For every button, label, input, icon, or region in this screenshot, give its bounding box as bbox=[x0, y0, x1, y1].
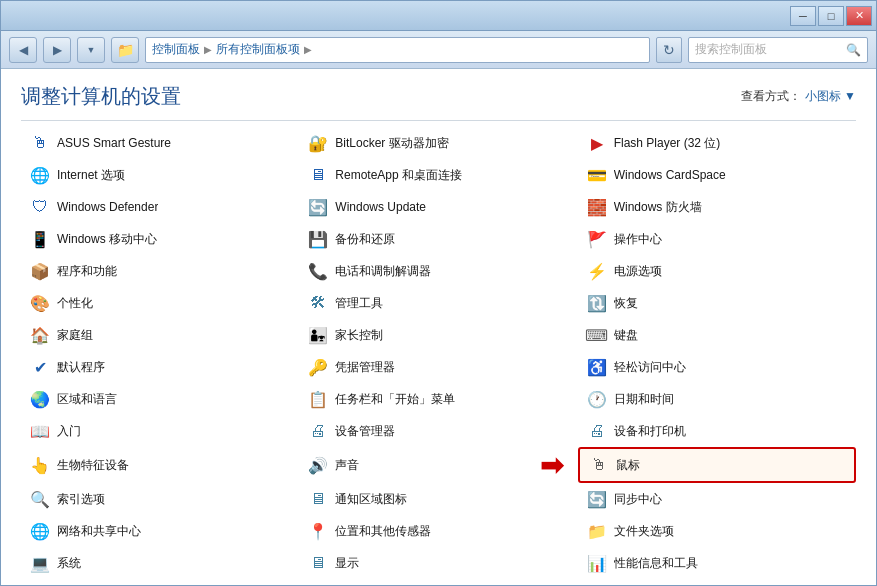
item-icon-flash-player: ▶ bbox=[586, 132, 608, 154]
restore-button[interactable]: □ bbox=[818, 6, 844, 26]
item-icon-power-options: ⚡ bbox=[586, 260, 608, 282]
item-label-sync-center: 同步中心 bbox=[614, 491, 662, 508]
item-datetime[interactable]: 🕐 日期和时间 bbox=[578, 383, 856, 415]
item-sound[interactable]: 🔊 声音 bbox=[299, 447, 577, 483]
item-power-options[interactable]: ⚡ 电源选项 bbox=[578, 255, 856, 287]
item-device-manager[interactable]: 🖨 设备管理器 bbox=[299, 415, 577, 447]
item-windows-cardspace[interactable]: 💳 Windows CardSpace bbox=[578, 159, 856, 191]
breadcrumb-item-1[interactable]: 控制面板 bbox=[152, 41, 200, 58]
item-index-options[interactable]: 🔍 索引选项 bbox=[21, 483, 299, 515]
item-label-region-language: 区域和语言 bbox=[57, 391, 117, 408]
item-label-credential-manager: 凭据管理器 bbox=[335, 359, 395, 376]
item-system[interactable]: 💻 系统 bbox=[21, 547, 299, 579]
item-management-tools[interactable]: 🛠 管理工具 bbox=[299, 287, 577, 319]
item-phone-modem[interactable]: 📞 电话和调制解调器 bbox=[299, 255, 577, 287]
item-flash-player[interactable]: ▶ Flash Player (32 位) bbox=[578, 127, 856, 159]
dropdown-button[interactable]: ▼ bbox=[77, 37, 105, 63]
item-sync-center[interactable]: 🔄 同步中心 bbox=[578, 483, 856, 515]
items-grid: 🖱 ASUS Smart Gesture 🔐 BitLocker 驱动器加密 ▶… bbox=[21, 127, 856, 579]
item-windows-mobile[interactable]: 📱 Windows 移动中心 bbox=[21, 223, 299, 255]
item-label-homegroup: 家庭组 bbox=[57, 327, 93, 344]
content-header: 调整计算机的设置 查看方式： 小图标 ▼ bbox=[1, 69, 876, 120]
item-label-windows-defender: Windows Defender bbox=[57, 200, 158, 214]
item-label-keyboard: 键盘 bbox=[614, 327, 638, 344]
item-icon-backup-restore: 💾 bbox=[307, 228, 329, 250]
item-windows-defender[interactable]: 🛡 Windows Defender bbox=[21, 191, 299, 223]
item-programs-features[interactable]: 📦 程序和功能 bbox=[21, 255, 299, 287]
item-label-internet-options: Internet 选项 bbox=[57, 167, 125, 184]
item-icon-windows-firewall: 🧱 bbox=[586, 196, 608, 218]
arrow-indicator: ➡ bbox=[540, 449, 563, 482]
item-region-language[interactable]: 🌏 区域和语言 bbox=[21, 383, 299, 415]
item-icon-remoteapp: 🖥 bbox=[307, 164, 329, 186]
item-remoteapp[interactable]: 🖥 RemoteApp 和桌面连接 bbox=[299, 159, 577, 191]
item-recovery[interactable]: 🔃 恢复 bbox=[578, 287, 856, 319]
item-label-windows-update: Windows Update bbox=[335, 200, 426, 214]
breadcrumb: 控制面板 ▶ 所有控制面板项 ▶ bbox=[145, 37, 650, 63]
item-label-performance-info: 性能信息和工具 bbox=[614, 555, 698, 572]
item-homegroup[interactable]: 🏠 家庭组 bbox=[21, 319, 299, 351]
item-windows-firewall[interactable]: 🧱 Windows 防火墙 bbox=[578, 191, 856, 223]
item-label-sound: 声音 bbox=[335, 457, 359, 474]
view-mode: 查看方式： 小图标 ▼ bbox=[741, 88, 856, 105]
item-accessibility[interactable]: ♿ 轻松访问中心 bbox=[578, 351, 856, 383]
item-location-sensors[interactable]: 📍 位置和其他传感器 bbox=[299, 515, 577, 547]
forward-button[interactable]: ▶ bbox=[43, 37, 71, 63]
item-asus-smart-gesture[interactable]: 🖱 ASUS Smart Gesture bbox=[21, 127, 299, 159]
item-folder-options[interactable]: 📁 文件夹选项 bbox=[578, 515, 856, 547]
item-label-mouse: 鼠标 bbox=[616, 457, 640, 474]
item-label-phone-modem: 电话和调制解调器 bbox=[335, 263, 431, 280]
window-controls: ─ □ ✕ bbox=[790, 6, 872, 26]
item-display[interactable]: 🖥 显示 bbox=[299, 547, 577, 579]
refresh-button[interactable]: ↻ bbox=[656, 37, 682, 63]
item-entry[interactable]: 📖 入门 bbox=[21, 415, 299, 447]
close-button[interactable]: ✕ bbox=[846, 6, 872, 26]
item-devices-printers[interactable]: 🖨 设备和打印机 bbox=[578, 415, 856, 447]
item-mouse[interactable]: 🖱 鼠标 bbox=[578, 447, 856, 483]
view-mode-dropdown[interactable]: 小图标 ▼ bbox=[805, 88, 856, 105]
folder-icon: 📁 bbox=[111, 37, 139, 63]
item-icon-windows-mobile: 📱 bbox=[29, 228, 51, 250]
item-network-sharing[interactable]: 🌐 网络和共享中心 bbox=[21, 515, 299, 547]
item-action-center[interactable]: 🚩 操作中心 bbox=[578, 223, 856, 255]
item-taskbar-start[interactable]: 📋 任务栏和「开始」菜单 bbox=[299, 383, 577, 415]
view-label: 查看方式： bbox=[741, 88, 801, 105]
item-bitlocker[interactable]: 🔐 BitLocker 驱动器加密 bbox=[299, 127, 577, 159]
item-credential-manager[interactable]: 🔑 凭据管理器 bbox=[299, 351, 577, 383]
item-label-device-manager: 设备管理器 bbox=[335, 423, 395, 440]
item-icon-internet-options: 🌐 bbox=[29, 164, 51, 186]
item-icon-management-tools: 🛠 bbox=[307, 292, 329, 314]
item-keyboard[interactable]: ⌨ 键盘 bbox=[578, 319, 856, 351]
item-parental-controls[interactable]: 👨‍👧 家长控制 bbox=[299, 319, 577, 351]
item-personalize[interactable]: 🎨 个性化 bbox=[21, 287, 299, 319]
item-label-folder-options: 文件夹选项 bbox=[614, 523, 674, 540]
item-label-recovery: 恢复 bbox=[614, 295, 638, 312]
item-label-asus-smart-gesture: ASUS Smart Gesture bbox=[57, 136, 171, 150]
item-performance-info[interactable]: 📊 性能信息和工具 bbox=[578, 547, 856, 579]
item-icon-entry: 📖 bbox=[29, 420, 51, 442]
item-internet-options[interactable]: 🌐 Internet 选项 bbox=[21, 159, 299, 191]
item-windows-update[interactable]: 🔄 Windows Update bbox=[299, 191, 577, 223]
item-label-windows-cardspace: Windows CardSpace bbox=[614, 168, 726, 182]
item-label-backup-restore: 备份和还原 bbox=[335, 231, 395, 248]
item-icon-taskbar-start: 📋 bbox=[307, 388, 329, 410]
item-default-programs[interactable]: ✔ 默认程序 bbox=[21, 351, 299, 383]
item-label-action-center: 操作中心 bbox=[614, 231, 662, 248]
item-icon-location-sensors: 📍 bbox=[307, 520, 329, 542]
item-icon-action-center: 🚩 bbox=[586, 228, 608, 250]
search-bar[interactable]: 搜索控制面板 🔍 bbox=[688, 37, 868, 63]
item-icon-credential-manager: 🔑 bbox=[307, 356, 329, 378]
content-area: 调整计算机的设置 查看方式： 小图标 ▼ 🖱 ASUS Smart Gestur… bbox=[1, 69, 876, 585]
item-icon-windows-update: 🔄 bbox=[307, 196, 329, 218]
item-label-management-tools: 管理工具 bbox=[335, 295, 383, 312]
item-backup-restore[interactable]: 💾 备份和还原 bbox=[299, 223, 577, 255]
main-window: ─ □ ✕ ◀ ▶ ▼ 📁 控制面板 ▶ 所有控制面板项 ▶ ↻ 搜索控制面板 … bbox=[0, 0, 877, 586]
item-biometric[interactable]: 👆 生物特征设备 bbox=[21, 447, 299, 483]
breadcrumb-sep-1: ▶ bbox=[204, 44, 212, 55]
item-notification-area[interactable]: 🖥 通知区域图标 bbox=[299, 483, 577, 515]
back-button[interactable]: ◀ bbox=[9, 37, 37, 63]
item-label-location-sensors: 位置和其他传感器 bbox=[335, 523, 431, 540]
minimize-button[interactable]: ─ bbox=[790, 6, 816, 26]
search-icon[interactable]: 🔍 bbox=[846, 43, 861, 57]
breadcrumb-item-2[interactable]: 所有控制面板项 bbox=[216, 41, 300, 58]
